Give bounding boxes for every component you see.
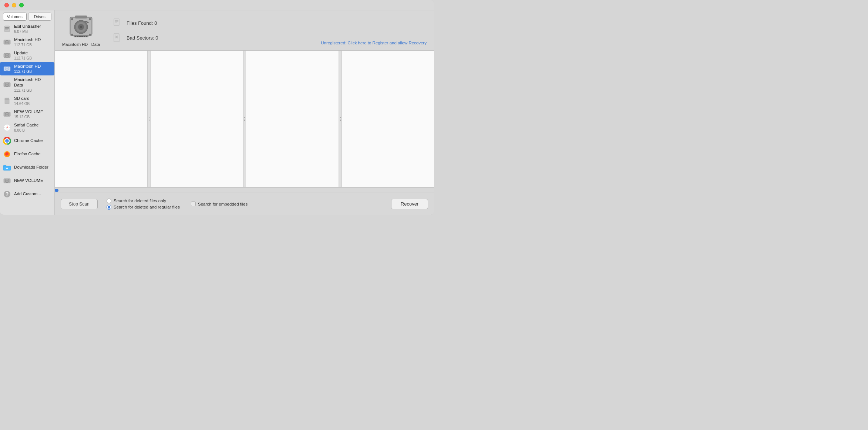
drive-icon-container: Macintosh HD - Data — [62, 14, 100, 47]
files-found-icon — [111, 17, 122, 28]
item-info: Chrome Cache — [14, 138, 43, 143]
sidebar-item-add-custom[interactable]: ? Add Custom... — [0, 187, 54, 201]
item-info: Firefox Cache — [14, 151, 41, 157]
file-list-area — [55, 51, 434, 187]
item-size: 15.12 GB — [14, 115, 43, 119]
sidebar-item-firefox-cache[interactable]: Firefox Cache — [0, 148, 54, 161]
scroll-thumb[interactable] — [55, 189, 58, 192]
svg-rect-1 — [5, 27, 9, 28]
svg-rect-60 — [115, 20, 118, 21]
scroll-track[interactable] — [55, 187, 434, 193]
sidebar-item-new-volume[interactable]: NEW VOLUME 15.12 GB — [0, 108, 54, 121]
col-divider-2[interactable] — [243, 51, 246, 187]
tab-volumes[interactable]: Volumes — [3, 13, 27, 21]
item-name: Update — [14, 50, 32, 56]
stop-scan-button[interactable]: Stop Scan — [61, 199, 98, 209]
search-deleted-regular-label: Search for deleted and regular files — [114, 205, 180, 209]
sidebar-item-macintosh-hd-selected[interactable]: Macintosh HD 112.71 GB — [0, 62, 54, 75]
sidebar-item-macintosh-hd-data[interactable]: Macintosh HD - Data 112.71 GB — [0, 75, 54, 94]
hdd-icon — [68, 14, 94, 41]
svg-point-49 — [89, 18, 91, 20]
close-button[interactable] — [4, 3, 9, 7]
item-info: Add Custom... — [14, 191, 41, 197]
svg-text:?: ? — [6, 191, 9, 197]
item-name: Add Custom... — [14, 191, 41, 197]
radio-inner — [108, 206, 110, 209]
svg-rect-3 — [5, 30, 8, 30]
item-info: NEW VOLUME 15.12 GB — [14, 109, 43, 119]
item-name: Macintosh HD — [14, 37, 41, 43]
svg-rect-56 — [81, 36, 83, 37]
minimize-button[interactable] — [12, 3, 16, 7]
sidebar-item-macintosh-hd[interactable]: Macintosh HD 112.71 GB — [0, 35, 54, 49]
bad-sectors-row: Bad Sectors: 0 — [111, 32, 158, 43]
item-name: Chrome Cache — [14, 138, 43, 143]
svg-rect-53 — [75, 36, 76, 37]
svg-rect-54 — [77, 36, 78, 37]
svg-rect-58 — [86, 36, 87, 37]
title-bar — [0, 0, 434, 10]
file-list-columns — [55, 51, 434, 187]
item-name: Safari Cache — [14, 122, 38, 128]
svg-point-7 — [9, 41, 9, 41]
svg-rect-2 — [5, 28, 9, 29]
sidebar-item-new-volume-2[interactable]: NEW VOLUME — [0, 174, 54, 187]
svg-rect-21 — [8, 98, 9, 99]
register-link[interactable]: Unregistered: Click here to Register and… — [321, 41, 427, 47]
item-info: Macintosh HD 112.71 GB — [14, 64, 41, 74]
radio-deleted-regular[interactable] — [107, 205, 111, 210]
svg-rect-20 — [7, 98, 8, 99]
safari-icon — [3, 123, 11, 132]
item-size: 14.64 GB — [14, 101, 30, 106]
svg-point-51 — [89, 34, 91, 36]
search-embedded-label: Search for embedded files — [198, 202, 248, 206]
svg-rect-55 — [79, 36, 81, 37]
search-deleted-regular-option[interactable]: Search for deleted and regular files — [107, 205, 180, 210]
files-found-row: Files Found: 0 — [111, 17, 158, 28]
svg-rect-57 — [84, 36, 85, 37]
sidebar-item-safari-cache[interactable]: Safari Cache 8.00 B — [0, 121, 54, 134]
col-divider-1[interactable] — [148, 51, 151, 187]
svg-point-6 — [7, 42, 8, 43]
col-divider-3[interactable] — [339, 51, 342, 187]
tab-drives[interactable]: Drives — [28, 13, 52, 21]
disk-icon — [3, 81, 11, 89]
svg-rect-62 — [115, 23, 117, 23]
traffic-lights — [4, 3, 24, 7]
item-size: 8.00 B — [14, 128, 38, 133]
item-info-exif: Exif Untrasher 6.07 MB — [14, 24, 41, 34]
sidebar-item-sd-card[interactable]: SD card 14.64 GB — [0, 94, 54, 108]
svg-point-37 — [7, 180, 8, 181]
item-name: Macintosh HD — [14, 64, 41, 69]
firefox-icon — [3, 150, 11, 158]
item-size: 112.71 GB — [14, 43, 41, 47]
item-info: NEW VOLUME — [14, 178, 43, 183]
item-name: SD card — [14, 96, 30, 101]
sidebar-item-chrome-cache[interactable]: Chrome Cache — [0, 134, 54, 148]
sidebar-item-exif-untrasher[interactable]: Exif Untrasher 6.07 MB — [0, 22, 54, 35]
recover-button[interactable]: Recover — [391, 199, 428, 209]
maximize-button[interactable] — [19, 3, 24, 7]
item-size: 112.71 GB — [14, 88, 51, 93]
sidebar-item-update[interactable]: Update 112.71 GB — [0, 49, 54, 62]
search-deleted-only-option[interactable]: Search for deleted files only — [107, 199, 180, 203]
item-name: NEW VOLUME — [14, 178, 43, 183]
files-found-label: Files Found: 0 — [127, 20, 157, 26]
item-name: Macintosh HD - Data — [14, 77, 51, 88]
disk-icon — [3, 65, 11, 73]
item-size: 112.71 GB — [14, 56, 32, 61]
app-window: Volumes Drives Exif Untrash — [0, 0, 434, 215]
file-col-4 — [342, 51, 434, 187]
svg-point-32 — [6, 140, 8, 142]
radio-deleted-only[interactable] — [107, 199, 111, 203]
disk-icon — [3, 51, 11, 60]
info-bar: Macintosh HD - Data Files Found: 0 — [55, 10, 434, 51]
main-content: Volumes Drives Exif Untrash — [0, 10, 434, 215]
item-size: 6.07 MB — [14, 29, 41, 34]
file-col-3 — [246, 51, 339, 187]
search-embedded-option[interactable]: Search for embedded files — [191, 202, 248, 206]
sidebar-tabs: Volumes Drives — [0, 10, 54, 22]
svg-rect-42 — [75, 16, 87, 18]
embedded-checkbox[interactable] — [191, 202, 196, 206]
sidebar-item-downloads-folder[interactable]: Downloads Folder — [0, 161, 54, 174]
